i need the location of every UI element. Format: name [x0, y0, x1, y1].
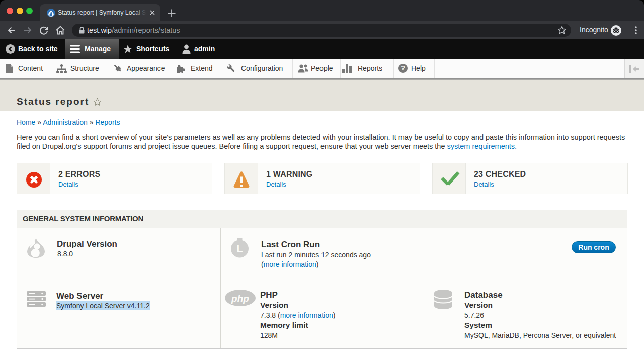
svg-text:L: L	[236, 243, 243, 254]
svg-text:?: ?	[401, 65, 405, 72]
svg-text:php: php	[231, 293, 249, 304]
